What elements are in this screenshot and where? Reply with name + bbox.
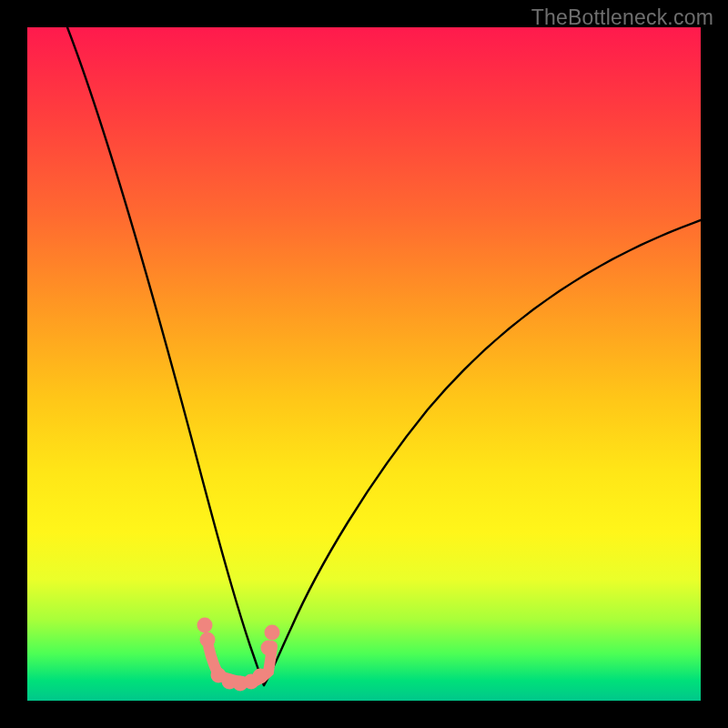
marker-dot [197, 618, 213, 633]
watermark-text: TheBottleneck.com [531, 5, 713, 30]
marker-dot [200, 632, 216, 648]
chart-svg [27, 27, 701, 701]
plot-area [27, 27, 701, 701]
marker-dot [261, 641, 277, 656]
left-curve [67, 27, 264, 685]
chart-frame: TheBottleneck.com [0, 0, 728, 728]
marker-dot [253, 669, 268, 684]
marker-dot [265, 625, 280, 641]
right-curve [264, 220, 701, 685]
